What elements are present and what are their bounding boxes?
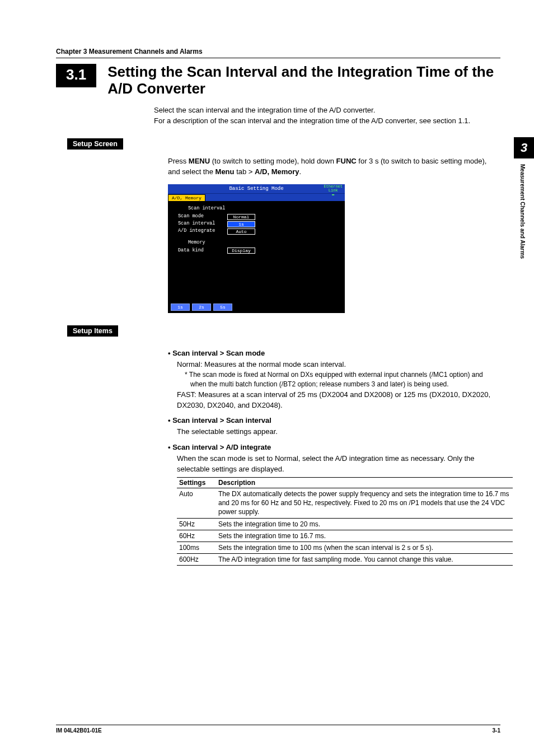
th-settings: Settings [177,478,216,488]
device-screenshot: Basic Setting Mode EthernetLink▬ A/D, Me… [168,184,345,313]
ss-tabbar: A/D, Memory [168,193,345,201]
func-key: FUNC [336,157,357,165]
cell-description: Sets the integration time to 20 ms. [216,518,513,530]
side-tab-number: 3 [514,137,534,158]
cell-setting: Auto [177,488,216,519]
table-row: 60HzSets the integration time to 16.7 ms… [177,530,513,542]
intro-line-2: For a description of the scan interval a… [154,116,500,127]
field-ad-integrate[interactable]: Auto [227,228,255,235]
item-scan-mode-title: Scan interval > Scan mode [168,349,500,357]
footer-doc-id: IM 04L42B01-01E [56,727,102,734]
cell-description: The A/D integration time for fast sampli… [216,554,513,566]
cell-description: Sets the integration time to 100 ms (whe… [216,542,513,553]
intro-line-1: Select the scan interval and the integra… [154,105,500,116]
field-scan-mode[interactable]: Normal [227,214,255,220]
group-scan-interval: Scan interval [188,206,338,212]
text: tab > [235,167,255,176]
normal-bold: Normal [275,454,298,463]
text: . [299,167,301,176]
cell-setting: 60Hz [177,530,216,542]
setup-screen-instructions: Press MENU (to switch to setting mode), … [168,156,500,178]
table-row: 600HzThe A/D integration time for fast s… [177,554,513,566]
footer-page-num: 3-1 [493,727,500,734]
label-scan-interval: Scan interval [178,221,227,227]
cell-setting: 600Hz [177,554,216,566]
ss-titlebar: Basic Setting Mode EthernetLink▬ [168,184,345,193]
label-data-kind: Data kind [178,248,227,254]
side-tab-text: Measurement Channels and Alarms [514,158,531,264]
side-tab: 3 Measurement Channels and Alarms [514,137,534,264]
softkey-1s[interactable]: 1s [171,304,190,311]
softkey-2s[interactable]: 2s [192,304,211,311]
softkey-5s[interactable]: 5s [213,304,232,311]
table-row: 100msSets the integration time to 100 ms… [177,542,513,553]
cell-setting: 50Hz [177,518,216,530]
setup-screen-heading: Setup Screen [67,138,123,150]
ad-integrate-settings-table: Settings Description AutoThe DX automati… [177,477,513,566]
table-row: 50HzSets the integration time to 20 ms. [177,518,513,530]
cell-description: Sets the integration time to 16.7 ms. [216,530,513,542]
ss-body: Scan interval Scan mode Normal Scan inte… [168,201,345,302]
text: (to switch to setting mode), hold down [210,157,336,165]
section-number: 3.1 [56,64,96,87]
setup-items-heading: Setup Items [67,325,118,337]
item-scan-mode-note: The scan mode is fixed at Normal on DXs … [185,370,500,390]
chapter-header: Chapter 3 Measurement Channels and Alarm… [56,48,500,58]
ss-title: Basic Setting Mode [229,186,283,192]
item-scan-mode-normal: Normal: Measures at the normal mode scan… [177,360,500,370]
th-description: Description [216,478,513,488]
cell-description: The DX automatically detects the power s… [216,488,513,519]
ss-soft-buttons: 1s 2s 5s [168,302,345,313]
table-row: AutoThe DX automatically detects the pow… [177,488,513,519]
section-title: Setting the Scan Interval and the Integr… [107,64,500,97]
item-ad-integrate-body: When the scan mode is set to Normal, sel… [177,454,500,475]
label-ad-integrate: A/D integrate [178,228,227,234]
menu-tab: Menu [216,167,235,176]
menu-key: MENU [189,157,210,165]
text: Press [168,157,189,165]
tab-ad-memory[interactable]: A/D, Memory [168,194,205,201]
field-scan-interval[interactable]: 1s [227,221,255,227]
item-scan-interval-body: The selectable settings appear. [177,427,500,437]
item-scan-interval-title: Scan interval > Scan interval [168,416,500,424]
item-scan-mode-fast: FAST: Measures at a scan interval of 25 … [177,390,500,411]
ad-memory: A/D, Memory [255,167,299,176]
text: When the scan mode is set to [177,454,275,463]
field-data-kind[interactable]: Display [227,248,255,254]
page-footer: IM 04L42B01-01E 3-1 [56,725,500,734]
group-memory: Memory [188,240,338,246]
label-scan-mode: Scan mode [178,213,227,220]
ethernet-indicator: EthernetLink▬ [324,185,343,197]
cell-setting: 100ms [177,542,216,553]
item-ad-integrate-title: Scan interval > A/D integrate [168,443,500,451]
